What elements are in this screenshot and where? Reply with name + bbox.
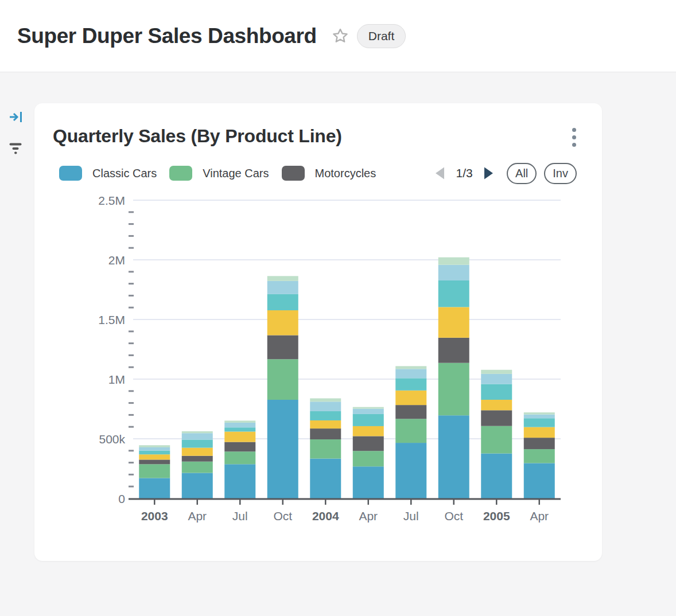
filter-button[interactable] <box>6 138 25 157</box>
select-all-button[interactable]: All <box>507 163 537 184</box>
bar-segment-yellow-apr-9[interactable] <box>524 427 555 438</box>
bar-segment-pale-green-oct-7[interactable] <box>438 258 469 265</box>
bar-segment-motorcycles-2003-0[interactable] <box>139 459 170 464</box>
bar-segment-vintage-cars-jul-6[interactable] <box>395 419 426 443</box>
bar-segment-classic-cars-apr-1[interactable] <box>182 473 213 498</box>
bar-segment-yellow-apr-5[interactable] <box>353 426 384 436</box>
invert-selection-button[interactable]: Inv <box>544 163 577 184</box>
bar-segment-pale-green-apr-5[interactable] <box>353 407 384 409</box>
bar-segment-pale-green-jul-2[interactable] <box>224 420 255 423</box>
bar-segment-light-blue-jul-6[interactable] <box>395 369 426 378</box>
quarterly-sales-stacked-bar-chart: 0500k1M1.5M2M2.5M2003AprJulOct2004AprJul… <box>34 189 602 545</box>
chart-card: Quarterly Sales (By Product Line) Classi… <box>34 103 602 561</box>
bar-segment-classic-cars-jul-2[interactable] <box>224 464 255 498</box>
card-menu-button[interactable] <box>568 126 580 148</box>
legend-next-page-button[interactable] <box>481 165 495 181</box>
bar-segment-motorcycles-2004-4[interactable] <box>310 428 341 439</box>
bar-segment-light-blue-oct-7[interactable] <box>438 265 469 280</box>
bar-segment-pale-green-apr-1[interactable] <box>182 431 213 433</box>
bar-segment-pale-green-2005-8[interactable] <box>481 370 512 374</box>
bar-segment-classic-cars-2004-4[interactable] <box>310 459 341 498</box>
triangle-left-icon <box>434 166 446 180</box>
bar-segment-light-blue-apr-5[interactable] <box>353 409 384 414</box>
app-header: Super Duper Sales Dashboard Draft <box>0 0 676 72</box>
bar-segment-light-blue-2004-4[interactable] <box>310 401 341 411</box>
legend-item-motorcycles[interactable]: Motorcycles <box>282 166 376 181</box>
bar-segment-yellow-2004-4[interactable] <box>310 420 341 428</box>
y-axis-label: 0 <box>118 492 125 505</box>
bar-segment-pale-green-apr-9[interactable] <box>524 412 555 415</box>
bar-segment-classic-cars-jul-6[interactable] <box>395 443 426 498</box>
bar-segment-motorcycles-oct-7[interactable] <box>438 338 469 363</box>
bar-segment-vintage-cars-apr-9[interactable] <box>524 449 555 463</box>
bar-segment-teal-2004-4[interactable] <box>310 411 341 420</box>
bar-segment-motorcycles-oct-3[interactable] <box>267 335 298 359</box>
legend-item-vintage-cars[interactable]: Vintage Cars <box>169 166 269 181</box>
bar-segment-classic-cars-2003-0[interactable] <box>139 478 170 498</box>
chart-title: Quarterly Sales (By Product Line) <box>53 123 342 149</box>
bar-segment-teal-oct-3[interactable] <box>267 294 298 310</box>
bar-segment-classic-cars-oct-3[interactable] <box>267 400 298 498</box>
collapse-panel-button[interactable] <box>7 108 25 126</box>
y-axis-label: 1.5M <box>98 313 125 326</box>
bar-segment-light-blue-jul-2[interactable] <box>224 423 255 427</box>
bar-segment-pale-green-oct-3[interactable] <box>267 276 298 281</box>
bar-segment-teal-apr-1[interactable] <box>182 439 213 447</box>
bar-segment-pale-green-2003-0[interactable] <box>139 445 170 447</box>
bar-segment-pale-green-2004-4[interactable] <box>310 398 341 401</box>
star-icon <box>331 27 349 45</box>
bar-segment-teal-jul-6[interactable] <box>395 378 426 390</box>
bar-segment-vintage-cars-2003-0[interactable] <box>139 464 170 478</box>
bar-segment-teal-apr-9[interactable] <box>524 418 555 427</box>
bar-segment-classic-cars-oct-7[interactable] <box>438 415 469 498</box>
bar-segment-light-blue-apr-9[interactable] <box>524 415 555 419</box>
legend-label: Classic Cars <box>92 167 157 180</box>
bar-segment-motorcycles-apr-5[interactable] <box>353 436 384 451</box>
x-axis-label: Apr <box>530 509 549 523</box>
bar-segment-vintage-cars-oct-3[interactable] <box>267 359 298 400</box>
bar-segment-vintage-cars-2004-4[interactable] <box>310 439 341 458</box>
bar-segment-yellow-2005-8[interactable] <box>481 400 512 410</box>
y-axis-label: 1M <box>108 373 125 386</box>
bar-segment-classic-cars-apr-5[interactable] <box>353 466 384 498</box>
legend-label: Motorcycles <box>315 167 376 180</box>
bar-segment-pale-green-jul-6[interactable] <box>395 366 426 369</box>
bar-segment-vintage-cars-jul-2[interactable] <box>224 451 255 464</box>
bar-segment-motorcycles-apr-1[interactable] <box>182 456 213 462</box>
bar-segment-yellow-jul-2[interactable] <box>224 432 255 442</box>
bar-segment-motorcycles-jul-6[interactable] <box>395 405 426 419</box>
bar-segment-vintage-cars-apr-1[interactable] <box>182 462 213 473</box>
bar-segment-teal-2005-8[interactable] <box>481 384 512 400</box>
bar-segment-yellow-2003-0[interactable] <box>139 454 170 459</box>
bar-segment-motorcycles-apr-9[interactable] <box>524 438 555 449</box>
arrow-to-line-icon <box>8 109 24 125</box>
favorite-star-button[interactable] <box>331 26 350 46</box>
bar-segment-teal-apr-5[interactable] <box>353 414 384 426</box>
kebab-icon <box>572 128 576 132</box>
bar-segment-yellow-oct-3[interactable] <box>267 310 298 335</box>
legend-prev-page-button[interactable] <box>433 165 447 181</box>
bar-segment-yellow-apr-1[interactable] <box>182 448 213 456</box>
y-axis-label: 2.5M <box>98 194 125 207</box>
y-axis-label: 2M <box>108 254 125 267</box>
y-axis-label: 500k <box>99 432 125 446</box>
content-area: Quarterly Sales (By Product Line) Classi… <box>0 72 676 616</box>
bar-segment-vintage-cars-oct-7[interactable] <box>438 363 469 416</box>
bar-segment-vintage-cars-2005-8[interactable] <box>481 426 512 454</box>
bar-segment-motorcycles-2005-8[interactable] <box>481 410 512 426</box>
bar-segment-classic-cars-2005-8[interactable] <box>481 454 512 498</box>
bar-segment-teal-oct-7[interactable] <box>438 280 469 307</box>
bar-segment-vintage-cars-apr-5[interactable] <box>353 451 384 466</box>
bar-segment-light-blue-apr-1[interactable] <box>182 433 213 439</box>
bar-segment-light-blue-2005-8[interactable] <box>481 374 512 384</box>
bar-segment-motorcycles-jul-2[interactable] <box>224 442 255 452</box>
bar-segment-teal-jul-2[interactable] <box>224 427 255 431</box>
x-axis-label: Jul <box>403 509 419 523</box>
bar-segment-classic-cars-apr-9[interactable] <box>524 463 555 498</box>
legend-item-classic-cars[interactable]: Classic Cars <box>59 166 157 181</box>
bar-segment-light-blue-2003-0[interactable] <box>139 447 170 451</box>
bar-segment-teal-2003-0[interactable] <box>139 451 170 455</box>
bar-segment-yellow-oct-7[interactable] <box>438 307 469 337</box>
bar-segment-yellow-jul-6[interactable] <box>395 391 426 405</box>
bar-segment-light-blue-oct-3[interactable] <box>267 281 298 294</box>
